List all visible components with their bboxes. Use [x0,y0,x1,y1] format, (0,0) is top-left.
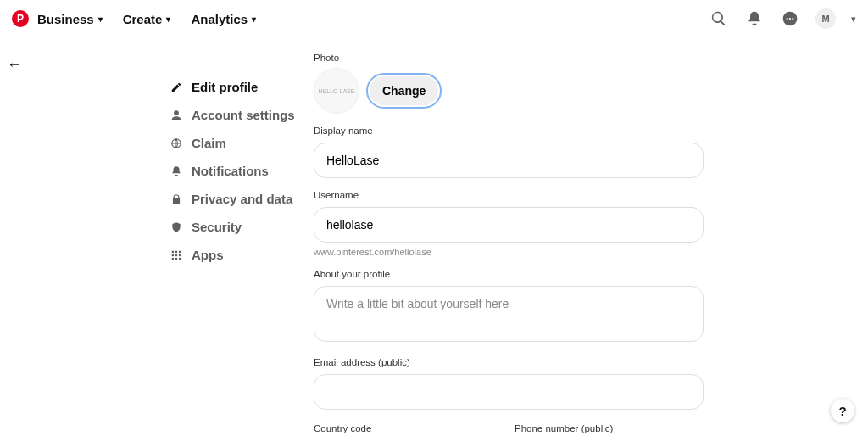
nav-business[interactable]: Business ▾ [37,12,103,26]
svg-rect-11 [172,257,174,259]
chevron-down-icon[interactable]: ▾ [851,14,856,25]
sidebar-item-label: Edit profile [192,80,258,94]
about-label: About your profile [314,269,704,279]
svg-rect-9 [175,254,177,255]
svg-rect-5 [172,250,174,252]
email-input[interactable] [314,374,704,410]
svg-rect-6 [175,250,177,252]
sidebar-item-label: Privacy and data [192,192,292,206]
chevron-down-icon: ▾ [98,14,103,24]
chevron-down-icon: ▾ [166,14,170,24]
nav-business-label: Business [37,12,94,26]
nav-create-label: Create [123,12,163,26]
globe-icon [170,137,183,150]
svg-rect-10 [179,254,181,255]
sidebar-item-label: Notifications [192,164,269,178]
page-body: ← Edit profile Account settings Claim No… [0,37,868,436]
photo-label: Photo [314,53,704,63]
phone-label: Phone number (public) [515,423,704,433]
svg-point-3 [792,18,793,20]
username-label: Username [314,190,704,200]
svg-rect-13 [179,257,181,259]
back-arrow-icon[interactable]: ← [7,56,22,74]
svg-rect-12 [175,257,177,259]
lock-icon [170,193,183,206]
svg-point-2 [789,18,791,20]
help-button[interactable]: ? [831,399,854,422]
about-textarea[interactable] [314,286,704,342]
chat-icon[interactable] [780,8,800,29]
profile-photo-thumb: HELLO LASE [314,68,359,114]
shield-icon [170,221,183,234]
display-name-input[interactable] [314,143,704,178]
nav-create[interactable]: Create ▾ [123,12,171,26]
sidebar-item-label: Security [192,220,242,234]
photo-row: HELLO LASE Change [314,68,704,114]
sidebar-item-label: Apps [192,248,224,262]
username-hint: www.pinterest.com/hellolase [314,247,704,257]
search-icon[interactable] [709,8,729,29]
chevron-down-icon: ▾ [252,14,256,24]
edit-profile-form: Photo HELLO LASE Change Display name Use… [314,53,704,436]
grid-icon [170,249,183,262]
change-photo-button[interactable]: Change [370,76,438,105]
sidebar-item-label: Claim [192,136,226,150]
nav-right: M ▾ [709,8,856,29]
svg-rect-7 [179,250,181,252]
avatar[interactable]: M [815,8,836,29]
svg-rect-8 [172,254,174,255]
pencil-icon [170,81,183,94]
svg-point-1 [787,18,788,20]
bell-icon [170,165,183,178]
bell-icon[interactable] [744,8,765,29]
nav-analytics-label: Analytics [191,12,248,26]
nav-left: Business ▾ Create ▾ Analytics ▾ [37,12,256,26]
display-name-label: Display name [314,126,704,136]
country-code-label: Country code [314,423,503,433]
sidebar-item-label: Account settings [192,108,295,122]
top-nav: P Business ▾ Create ▾ Analytics ▾ M ▾ [0,0,868,37]
username-input[interactable] [314,207,704,243]
nav-analytics[interactable]: Analytics ▾ [191,12,256,26]
email-label: Email address (public) [314,357,704,367]
pinterest-logo-icon[interactable]: P [12,10,29,27]
person-icon [170,109,183,122]
